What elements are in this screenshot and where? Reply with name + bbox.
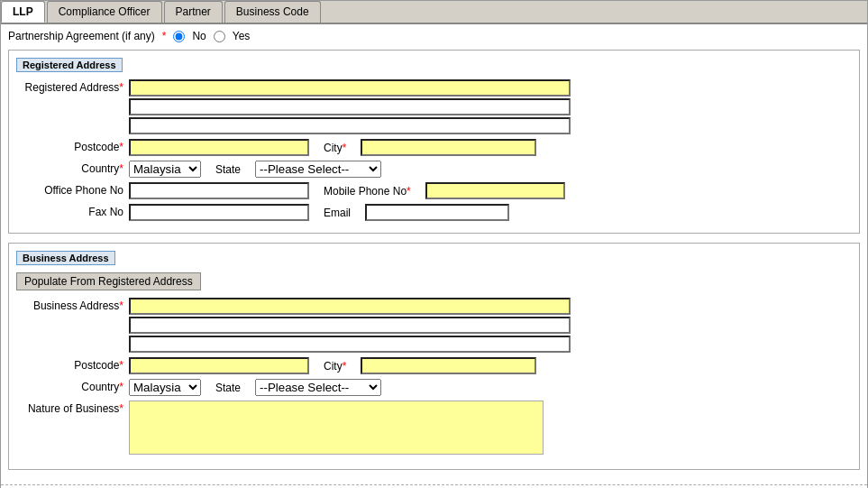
reg-address-inputs xyxy=(129,79,571,134)
reg-country-label: Country* xyxy=(81,162,123,175)
biz-address-label: Business Address* xyxy=(33,299,123,312)
biz-address-line1[interactable] xyxy=(129,298,571,315)
biz-nature-label: Nature of Business* xyxy=(28,402,123,415)
reg-email-input[interactable] xyxy=(365,204,509,221)
biz-nature-row: Nature of Business* xyxy=(16,401,852,457)
partnership-row: Partnership Agreement (if any) * No Yes xyxy=(8,30,860,42)
biz-postcode-city-row: Postcode* City* xyxy=(16,357,852,374)
reg-mobile-label: Mobile Phone No* xyxy=(324,185,411,198)
partnership-no-radio[interactable] xyxy=(173,31,185,42)
reg-address-line1[interactable] xyxy=(129,79,571,97)
reg-fax-input[interactable] xyxy=(129,204,309,221)
biz-state-select[interactable]: --Please Select-- xyxy=(255,379,381,396)
biz-address-row: Business Address* xyxy=(16,298,852,353)
business-address-section: Business Address Populate From Registere… xyxy=(8,243,860,470)
reg-city-label: City* xyxy=(324,142,346,154)
reg-state-label: State xyxy=(215,163,241,176)
partnership-yes-radio[interactable] xyxy=(214,31,225,42)
populate-button[interactable]: Populate From Registered Address xyxy=(16,272,201,290)
partnership-label: Partnership Agreement (if any) xyxy=(8,30,155,42)
footer-buttons: SAVE AND CONTINUE CANCEL ResetForm xyxy=(1,484,867,488)
biz-nature-textarea[interactable] xyxy=(129,401,544,455)
reg-office-phone-label: Office Phone No xyxy=(44,184,123,197)
biz-postcode-label: Postcode* xyxy=(74,359,123,372)
tab-business-code[interactable]: Business Code xyxy=(224,1,321,23)
reg-postcode-label: Postcode* xyxy=(74,141,123,153)
reg-postcode-city-row: Postcode* City* xyxy=(16,139,852,156)
biz-address-line2[interactable] xyxy=(129,317,571,334)
business-address-label: Business Address xyxy=(16,251,115,265)
required-marker: * xyxy=(162,30,167,42)
registered-address-row: Registered Address* xyxy=(16,79,852,134)
registered-address-label: Registered Address xyxy=(16,58,123,72)
reg-fax-label: Fax No xyxy=(88,206,123,218)
reg-email-label: Email xyxy=(324,207,351,219)
tab-llp[interactable]: LLP xyxy=(1,1,45,23)
biz-city-label: City* xyxy=(324,360,346,373)
biz-address-line3[interactable] xyxy=(129,336,571,353)
reg-address-line2[interactable] xyxy=(129,98,571,115)
partnership-yes-label: Yes xyxy=(233,30,251,42)
biz-nature-input-cell xyxy=(129,401,544,457)
reg-fax-email-row: Fax No Email xyxy=(16,204,852,221)
biz-country-label: Country* xyxy=(81,381,123,393)
tab-bar: LLP Compliance Officer Partner Business … xyxy=(1,1,867,24)
reg-country-state-row: Country* Malaysia State --Please Select-… xyxy=(16,161,852,178)
reg-phone-row: Office Phone No Mobile Phone No* xyxy=(16,182,852,199)
biz-postcode-input[interactable] xyxy=(129,357,309,374)
reg-country-select[interactable]: Malaysia xyxy=(129,161,201,178)
biz-country-state-row: Country* Malaysia State --Please Select-… xyxy=(16,379,852,396)
reg-state-select[interactable]: --Please Select-- xyxy=(255,161,381,178)
registered-address-section: Registered Address Registered Address* xyxy=(8,50,860,234)
partnership-no-label: No xyxy=(192,30,206,42)
reg-city-input[interactable] xyxy=(361,139,536,156)
reg-mobile-input[interactable] xyxy=(425,182,565,199)
biz-state-label: State xyxy=(215,382,241,394)
reg-address-line3[interactable] xyxy=(129,117,571,134)
tab-partner[interactable]: Partner xyxy=(164,1,223,23)
tab-compliance[interactable]: Compliance Officer xyxy=(47,1,162,23)
reg-postcode-input[interactable] xyxy=(129,139,309,156)
biz-city-input[interactable] xyxy=(361,357,536,374)
biz-country-select[interactable]: Malaysia xyxy=(129,379,201,396)
reg-address-label: Registered Address* xyxy=(25,81,123,94)
biz-address-inputs xyxy=(129,298,571,353)
reg-office-phone-input[interactable] xyxy=(129,182,309,199)
